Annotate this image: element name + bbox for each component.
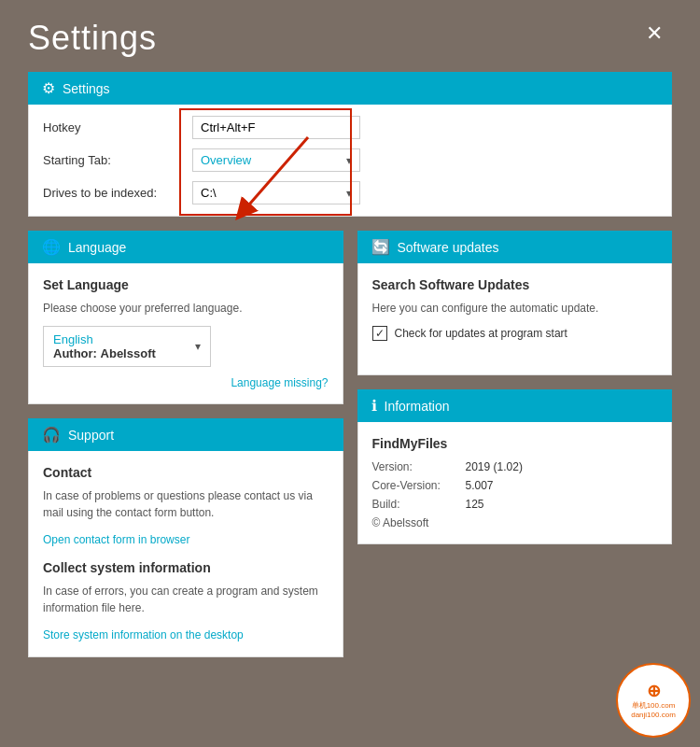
starting-tab-label: Starting Tab: — [43, 153, 192, 167]
language-header: 🌐 Language — [28, 231, 343, 263]
version-row: Version: 2019 (1.02) — [372, 460, 658, 473]
watermark-text2: danji100.com — [631, 711, 676, 720]
information-body: FindMyFiles Version: 2019 (1.02) Core-Ve… — [357, 422, 673, 544]
starting-tab-dropdown[interactable]: Overview ▾ — [192, 148, 360, 172]
build-row: Build: 125 — [372, 498, 658, 511]
updates-title: Search Software Updates — [372, 277, 658, 292]
core-version-row: Core-Version: 5.007 — [372, 479, 658, 492]
hotkey-input[interactable] — [192, 116, 360, 139]
contact-text: In case of problems or questions please … — [43, 487, 329, 521]
store-system-info-link[interactable]: Store system information on the desktop — [43, 628, 244, 641]
language-description: Please choose your preferred language. — [43, 300, 329, 317]
contact-title: Contact — [43, 465, 329, 480]
drives-label: Drives to be indexed: — [43, 186, 192, 200]
drives-arrow: ▾ — [346, 187, 352, 200]
two-col-layout: 🌐 Language Set Language Please choose yo… — [28, 231, 672, 671]
settings-header: ⚙ Settings — [28, 72, 672, 105]
settings-section: ⚙ Settings Hotkey Starting Tab: Overview… — [28, 72, 672, 217]
language-missing-link[interactable]: Language missing? — [43, 376, 329, 389]
updates-checkbox[interactable]: ✓ — [372, 326, 387, 341]
collect-text: In case of errors, you can create a prog… — [43, 583, 329, 616]
updates-checkbox-row: ✓ Check for updates at program start — [372, 326, 658, 341]
settings-icon: ⚙ — [42, 79, 55, 97]
collect-title: Collect system information — [43, 560, 329, 575]
version-val: 2019 (1.02) — [466, 460, 523, 473]
drives-dropdown[interactable]: C:\ ▾ — [192, 181, 360, 204]
language-current: English — [53, 332, 156, 346]
language-panel: 🌐 Language Set Language Please choose yo… — [28, 231, 343, 404]
information-header: ℹ Information — [357, 389, 673, 422]
build-key: Build: — [372, 498, 466, 511]
language-body: Set Language Please choose your preferre… — [28, 263, 343, 404]
starting-tab-row: Starting Tab: Overview ▾ — [43, 148, 657, 172]
core-version-key: Core-Version: — [372, 479, 466, 492]
information-panel: ℹ Information FindMyFiles Version: 2019 … — [357, 389, 673, 544]
language-dropdown[interactable]: English Author: Abelssoft ▾ — [43, 326, 211, 367]
watermark-plus: ⊕ — [647, 682, 661, 702]
language-dropdown-arrow: ▾ — [195, 340, 201, 353]
info-icon: ℹ — [371, 397, 377, 415]
hotkey-label: Hotkey — [43, 120, 192, 134]
watermark-text: 单机100.com — [632, 701, 676, 711]
language-title: Set Language — [43, 277, 329, 292]
drives-row: Drives to be indexed: C:\ ▾ — [43, 181, 657, 204]
support-header: 🎧 Support — [28, 418, 343, 451]
copyright-text: © Abelssoft — [372, 516, 429, 529]
language-icon: 🌐 — [42, 238, 61, 256]
updates-icon: 🔄 — [371, 238, 390, 256]
right-column: 🔄 Software updates Search Software Updat… — [357, 231, 673, 671]
settings-window: Settings ✕ ⚙ Settings Hotkey Starting Ta… — [0, 0, 700, 747]
software-updates-panel: 🔄 Software updates Search Software Updat… — [357, 231, 673, 375]
software-updates-body: Search Software Updates Here you can con… — [357, 263, 673, 375]
close-button[interactable]: ✕ — [637, 19, 672, 49]
support-panel: 🎧 Support Contact In case of problems or… — [28, 418, 343, 657]
contact-form-link[interactable]: Open contact form in browser — [43, 533, 189, 546]
settings-table: Hotkey Starting Tab: Overview ▾ Drives t… — [28, 105, 672, 217]
build-val: 125 — [466, 498, 484, 511]
software-updates-header: 🔄 Software updates — [357, 231, 673, 263]
support-body: Contact In case of problems or questions… — [28, 451, 343, 657]
updates-description: Here you can configure the automatic upd… — [372, 300, 658, 317]
core-version-val: 5.007 — [466, 479, 494, 492]
left-column: 🌐 Language Set Language Please choose yo… — [28, 231, 343, 671]
hotkey-row: Hotkey — [43, 116, 657, 139]
title-bar: Settings ✕ — [0, 0, 700, 72]
copyright-row: © Abelssoft — [372, 516, 658, 529]
starting-tab-arrow: ▾ — [346, 154, 352, 167]
language-author: Author: Abelssoft — [53, 346, 156, 360]
window-title: Settings — [28, 19, 157, 58]
updates-checkbox-label: Check for updates at program start — [395, 327, 567, 340]
watermark-badge: ⊕ 单机100.com danji100.com — [616, 663, 691, 738]
app-name: FindMyFiles — [372, 436, 658, 451]
version-key: Version: — [372, 460, 466, 473]
support-icon: 🎧 — [42, 426, 61, 444]
